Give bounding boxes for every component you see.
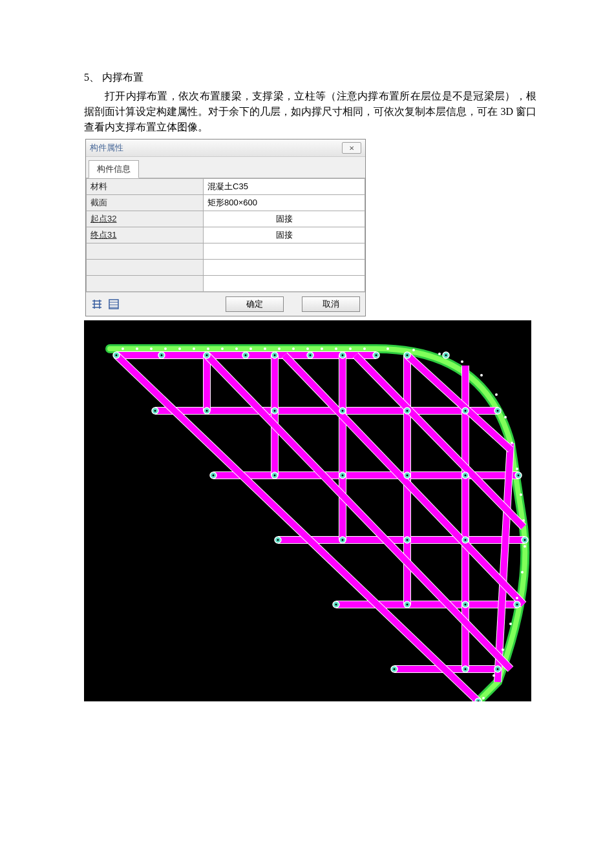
svg-point-121 (321, 347, 323, 350)
svg-point-76 (407, 475, 408, 477)
svg-point-36 (116, 355, 118, 356)
svg-point-115 (235, 347, 238, 350)
svg-point-122 (335, 347, 337, 350)
svg-point-141 (492, 674, 495, 677)
svg-point-80 (518, 475, 520, 477)
svg-point-124 (363, 347, 366, 350)
svg-point-38 (161, 355, 163, 356)
svg-point-116 (249, 347, 252, 350)
property-value[interactable] (204, 260, 365, 276)
svg-point-58 (206, 410, 208, 412)
property-key: 截面 (87, 195, 204, 211)
cancel-button[interactable]: 取消 (302, 296, 360, 312)
svg-point-117 (264, 347, 266, 350)
svg-point-40 (206, 355, 208, 356)
svg-point-44 (274, 355, 276, 356)
svg-point-66 (465, 410, 467, 412)
property-value[interactable] (204, 243, 365, 260)
property-key (87, 260, 204, 276)
svg-point-137 (521, 571, 524, 574)
svg-point-128 (461, 360, 463, 363)
svg-point-125 (386, 347, 389, 350)
svg-point-82 (277, 539, 279, 541)
tool-icon-1[interactable] (91, 298, 103, 310)
close-button[interactable]: ✕ (342, 142, 361, 154)
svg-point-42 (245, 355, 247, 356)
property-row: 起点32固接 (87, 211, 365, 227)
svg-point-100 (394, 668, 396, 670)
ok-button[interactable]: 确定 (226, 296, 284, 312)
svg-point-107 (122, 347, 124, 350)
svg-point-92 (335, 604, 337, 606)
svg-point-98 (516, 604, 518, 606)
svg-point-74 (342, 475, 344, 477)
svg-point-134 (520, 493, 522, 496)
svg-point-60 (274, 410, 276, 412)
dialog-titlebar: 构件属性 ✕ (86, 140, 365, 157)
svg-point-50 (376, 355, 377, 356)
tab-component-info[interactable]: 构件信息 (89, 160, 139, 178)
bracing-plan-svg (84, 320, 531, 701)
svg-point-138 (516, 597, 518, 599)
svg-point-70 (213, 475, 215, 477)
svg-point-110 (164, 347, 167, 350)
section-heading: 5、 内撑布置 (84, 71, 536, 85)
svg-point-113 (207, 347, 209, 350)
svg-point-126 (412, 349, 415, 351)
property-row (87, 260, 365, 276)
property-value[interactable] (204, 276, 365, 292)
cad-3d-viewport[interactable] (84, 320, 531, 701)
svg-point-135 (522, 519, 525, 522)
svg-point-119 (292, 347, 295, 350)
svg-point-131 (504, 416, 507, 418)
svg-point-52 (407, 355, 408, 356)
dialog-tabs: 构件信息 (86, 157, 365, 178)
section-paragraph: 打开内撑布置，依次布置腰梁，支撑梁，立柱等（注意内撑布置所在层位是不是冠梁层），… (84, 88, 536, 135)
svg-point-68 (497, 410, 499, 412)
svg-point-114 (221, 347, 224, 350)
svg-point-62 (342, 410, 344, 412)
property-key: 终点31 (87, 227, 204, 243)
svg-point-139 (509, 623, 512, 625)
svg-point-90 (524, 539, 526, 541)
svg-point-64 (407, 410, 408, 412)
tool-icon-2[interactable] (108, 298, 120, 310)
svg-point-109 (150, 347, 153, 350)
svg-point-56 (154, 410, 156, 412)
property-key (87, 243, 204, 260)
svg-point-78 (465, 475, 467, 477)
svg-point-120 (306, 347, 309, 350)
property-value[interactable]: 混凝土C35 (204, 179, 365, 195)
property-key: 起点32 (87, 211, 204, 227)
property-row: 材料混凝土C35 (87, 179, 365, 195)
svg-point-96 (465, 604, 467, 606)
svg-point-111 (178, 347, 181, 350)
svg-point-130 (495, 393, 498, 396)
property-key (87, 276, 204, 292)
svg-point-127 (438, 353, 441, 355)
svg-point-54 (445, 355, 447, 356)
dialog-button-row: 确定 取消 (86, 292, 365, 316)
svg-point-48 (342, 355, 344, 356)
property-key: 材料 (87, 179, 204, 195)
svg-point-123 (349, 347, 352, 350)
svg-point-88 (465, 539, 467, 541)
svg-point-104 (497, 668, 499, 670)
svg-point-102 (465, 668, 467, 670)
property-value[interactable]: 固接 (204, 211, 365, 227)
properties-table: 材料混凝土C35截面矩形800×600起点32固接终点31固接 (86, 178, 365, 292)
svg-point-133 (516, 468, 518, 470)
dialog-title: 构件属性 (90, 142, 123, 154)
svg-point-108 (136, 347, 138, 350)
svg-point-112 (193, 347, 195, 350)
svg-point-84 (342, 539, 344, 541)
svg-point-136 (524, 545, 526, 548)
component-properties-dialog: 构件属性 ✕ 构件信息 材料混凝土C35截面矩形800×600起点32固接终点3… (85, 139, 366, 316)
svg-point-118 (278, 347, 281, 350)
property-value[interactable]: 矩形800×600 (204, 195, 365, 211)
svg-point-140 (502, 648, 504, 651)
svg-point-46 (310, 355, 312, 356)
svg-point-94 (407, 604, 408, 606)
property-value[interactable]: 固接 (204, 227, 365, 243)
svg-point-132 (511, 442, 513, 444)
